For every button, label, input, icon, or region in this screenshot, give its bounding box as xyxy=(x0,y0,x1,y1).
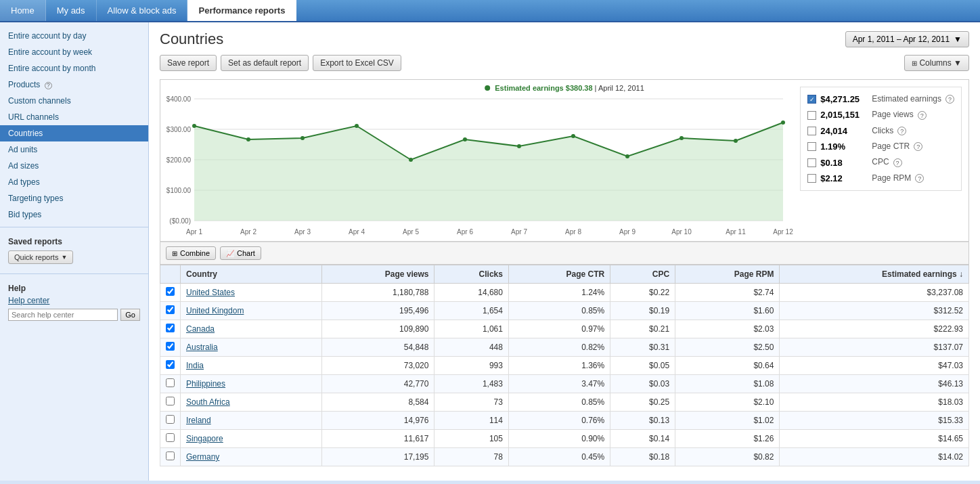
sidebar-nav-section: Entire account by day Entire account by … xyxy=(0,28,148,223)
sidebar-item-url-channels[interactable]: URL channels xyxy=(0,109,148,125)
quick-reports-button[interactable]: Quick reports ▼ xyxy=(8,250,73,264)
cell-clicks: 78 xyxy=(435,448,509,466)
col-header-page-rpm[interactable]: Page RPM xyxy=(675,265,780,284)
row-checkbox[interactable] xyxy=(166,397,175,405)
chart-legend-value: Estimated earnings $380.38 xyxy=(495,84,592,92)
row-checkbox[interactable] xyxy=(166,378,175,387)
col-header-page-views[interactable]: Page views xyxy=(321,265,435,284)
cell-clicks: 1,061 xyxy=(435,320,509,338)
metric-value-cpc: $0.18 xyxy=(820,155,868,171)
col-header-page-ctr[interactable]: Page CTR xyxy=(508,265,610,284)
search-button[interactable]: Go xyxy=(120,309,140,321)
row-checkbox[interactable] xyxy=(166,452,175,460)
combine-button[interactable]: ⊞ Combine xyxy=(166,246,216,260)
metric-value-page-ctr: 1.19% xyxy=(820,139,868,154)
cell-page-ctr: 1.24% xyxy=(508,284,610,302)
svg-text:($0.00): ($0.00) xyxy=(169,217,191,225)
sidebar-item-ad-units[interactable]: Ad units xyxy=(0,141,148,158)
country-link[interactable]: Germany xyxy=(186,452,219,462)
sidebar-item-ad-types[interactable]: Ad types xyxy=(0,174,148,190)
metric-label-cpc: CPC xyxy=(872,155,889,170)
metric-checkbox-estimated-earnings[interactable] xyxy=(807,95,816,104)
table-row: United Kingdom195,4961,6540.85%$0.19$1.6… xyxy=(160,302,969,320)
sidebar-item-custom-channels[interactable]: Custom channels xyxy=(0,93,148,109)
sidebar-divider-2 xyxy=(0,273,148,274)
country-link[interactable]: Philippines xyxy=(186,379,225,389)
cell-clicks: 1,483 xyxy=(435,375,509,393)
line-chart: $400.00 $300.00 $200.00 $100.00 ($0.00) xyxy=(160,85,797,241)
help-center-link[interactable]: Help center xyxy=(8,296,140,305)
cell-clicks: 114 xyxy=(435,412,509,430)
country-link[interactable]: South Africa xyxy=(186,397,230,407)
metric-checkbox-cpc[interactable] xyxy=(807,158,816,167)
col-header-est-earnings[interactable]: Estimated earnings ↓ xyxy=(780,265,969,284)
sidebar-item-bid-types[interactable]: Bid types xyxy=(0,206,148,223)
row-checkbox[interactable] xyxy=(166,415,175,424)
row-checkbox[interactable] xyxy=(166,342,175,351)
metric-value-page-views: 2,015,151 xyxy=(820,107,868,123)
row-checkbox[interactable] xyxy=(166,305,175,314)
cell-est-earnings: $14.02 xyxy=(780,448,969,466)
sidebar-item-targeting-types[interactable]: Targeting types xyxy=(0,190,148,206)
country-link[interactable]: Canada xyxy=(186,324,215,334)
country-link[interactable]: United States xyxy=(186,288,235,297)
cell-page-ctr: 1.36% xyxy=(508,357,610,375)
estimated-earnings-help-icon[interactable]: ? xyxy=(945,95,954,104)
sidebar-item-countries[interactable]: Countries xyxy=(0,125,148,141)
svg-text:Apr 8: Apr 8 xyxy=(565,228,581,236)
col-header-clicks[interactable]: Clicks xyxy=(435,265,509,284)
sidebar-item-ad-sizes[interactable]: Ad sizes xyxy=(0,158,148,174)
page-ctr-help-icon[interactable]: ? xyxy=(914,142,922,151)
sidebar-item-entire-account-month[interactable]: Entire account by month xyxy=(0,60,148,76)
set-default-button[interactable]: Set as default report xyxy=(221,55,309,71)
metric-checkbox-page-rpm[interactable] xyxy=(807,174,816,183)
country-link[interactable]: Australia xyxy=(186,343,218,352)
cell-clicks: 448 xyxy=(435,338,509,357)
cell-cpc: $0.31 xyxy=(610,338,675,357)
metric-label-page-views: Page views xyxy=(872,108,913,123)
svg-text:Apr 6: Apr 6 xyxy=(457,228,473,236)
cell-page-ctr: 0.90% xyxy=(508,430,610,448)
col-header-country[interactable]: Country xyxy=(181,265,322,284)
cell-est-earnings: $47.03 xyxy=(780,357,969,375)
cell-page-ctr: 3.47% xyxy=(508,375,610,393)
col-header-cpc[interactable]: CPC xyxy=(610,265,675,284)
chart-button[interactable]: 📈 Chart xyxy=(220,246,261,260)
row-checkbox[interactable] xyxy=(166,433,175,442)
cell-est-earnings: $18.03 xyxy=(780,393,969,412)
metric-checkbox-page-views[interactable] xyxy=(807,111,816,120)
columns-button[interactable]: ⊞ Columns ▼ xyxy=(904,55,969,71)
sidebar-item-products[interactable]: Products ? xyxy=(0,76,148,93)
svg-text:Apr 7: Apr 7 xyxy=(511,228,527,236)
nav-tab-my-ads[interactable]: My ads xyxy=(46,0,97,21)
save-report-button[interactable]: Save report xyxy=(160,55,217,71)
nav-tab-performance-reports[interactable]: Performance reports xyxy=(187,0,296,21)
row-checkbox[interactable] xyxy=(166,287,175,296)
table-body: United States1,180,78814,6801.24%$0.22$2… xyxy=(160,284,969,466)
search-input[interactable] xyxy=(8,309,118,321)
clicks-help-icon[interactable]: ? xyxy=(897,127,906,135)
chart-controls: ⊞ Combine 📈 Chart xyxy=(160,242,969,265)
date-range-button[interactable]: Apr 1, 2011 – Apr 12, 2011 ▼ xyxy=(845,31,969,47)
nav-tab-home[interactable]: Home xyxy=(0,0,46,21)
row-checkbox[interactable] xyxy=(166,324,175,332)
export-csv-button[interactable]: Export to Excel CSV xyxy=(313,55,401,71)
country-link[interactable]: Ireland xyxy=(186,416,211,425)
svg-point-17 xyxy=(517,144,521,148)
nav-tab-allow-block-ads[interactable]: Allow & block ads xyxy=(97,0,188,21)
metric-checkbox-clicks[interactable] xyxy=(807,127,816,135)
metric-row-page-rpm: $2.12 Page RPM ? xyxy=(807,171,954,186)
cpc-help-icon[interactable]: ? xyxy=(893,158,902,167)
row-checkbox[interactable] xyxy=(166,360,175,369)
metric-label-estimated-earnings: Estimated earnings xyxy=(872,92,941,107)
country-link[interactable]: United Kingdom xyxy=(186,306,244,315)
sidebar-item-entire-account-week[interactable]: Entire account by week xyxy=(0,44,148,60)
page-views-help-icon[interactable]: ? xyxy=(918,111,927,120)
cell-page-rpm: $1.26 xyxy=(675,430,780,448)
page-rpm-help-icon[interactable]: ? xyxy=(915,174,924,183)
country-link[interactable]: India xyxy=(186,361,204,370)
sidebar-item-entire-account-day[interactable]: Entire account by day xyxy=(0,28,148,44)
metric-checkbox-page-ctr[interactable] xyxy=(807,142,816,151)
country-link[interactable]: Singapore xyxy=(186,434,223,443)
cell-page-rpm: $1.08 xyxy=(675,375,780,393)
